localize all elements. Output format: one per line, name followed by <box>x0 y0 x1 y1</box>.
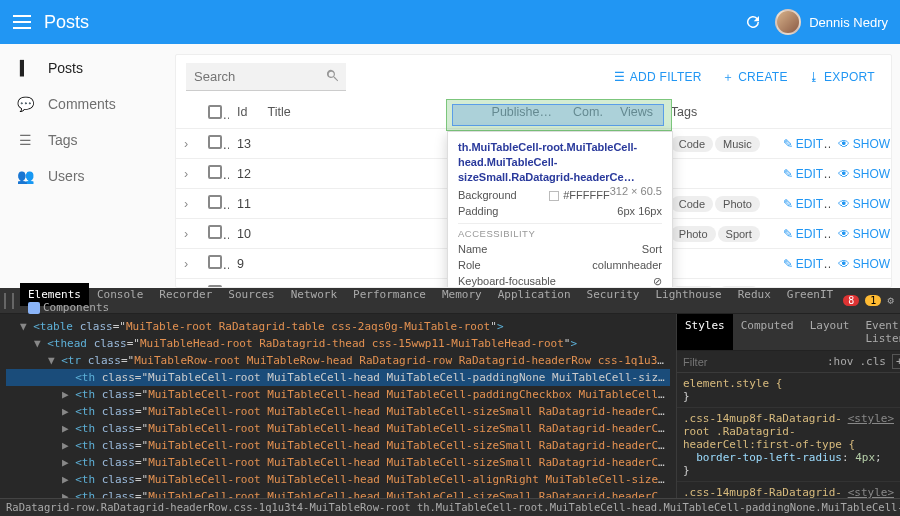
cell-id: 9 <box>229 249 260 279</box>
cell-tags <box>663 159 775 189</box>
tag-chip[interactable]: Code <box>671 136 713 152</box>
sidebar-item-tags[interactable]: ☰Tags <box>0 122 175 158</box>
show-button[interactable]: 👁SHOW <box>838 197 890 211</box>
pencil-icon: ✎ <box>783 197 793 211</box>
dom-tree[interactable]: ▼ <table class="MuiTable-root RaDatagrid… <box>0 314 676 498</box>
show-button[interactable]: 👁SHOW <box>838 167 890 181</box>
inspect-tooltip: th.MuiTableCell-root.MuiTableCell-head.M… <box>447 131 673 288</box>
search-icon <box>325 68 340 83</box>
cell-tags: CodePhoto <box>663 189 775 219</box>
styles-panel: StylesComputedLayoutEvent Listeners» :ho… <box>676 314 900 498</box>
css-rule[interactable]: <style>.css-14mup8f-RaDatagrid-root .RaD… <box>677 408 900 482</box>
styles-filter-input[interactable] <box>683 356 821 368</box>
row-checkbox[interactable] <box>208 135 222 149</box>
edit-button[interactable]: ✎EDIT <box>783 197 823 211</box>
styles-tab-styles[interactable]: Styles <box>677 314 733 350</box>
avatar-icon <box>775 9 801 35</box>
tag-chip[interactable]: Code <box>671 196 713 212</box>
filter-icon: ☰ <box>614 70 625 84</box>
tag-chip[interactable]: Music <box>715 136 760 152</box>
chevron-right-icon[interactable]: › <box>184 257 188 271</box>
search-input[interactable] <box>186 63 346 91</box>
cell-tags: CodeMusic <box>663 129 775 159</box>
devtools-tab-lighthouse[interactable]: Lighthouse <box>648 283 730 306</box>
cls-toggle[interactable]: .cls <box>860 355 887 368</box>
dom-node[interactable]: ▶ <th class="MuiTableCell-root MuiTableC… <box>6 386 670 403</box>
row-checkbox[interactable] <box>208 165 222 179</box>
header-views[interactable]: Views <box>612 99 663 129</box>
chevron-right-icon[interactable]: › <box>184 197 188 211</box>
styles-tab-layout[interactable]: Layout <box>802 314 858 350</box>
device-toolbar-icon[interactable] <box>12 293 14 309</box>
row-checkbox[interactable] <box>208 225 222 239</box>
warning-badge[interactable]: 1 <box>865 295 881 306</box>
show-button[interactable]: 👁SHOW <box>838 257 890 271</box>
styles-tab-event-listeners[interactable]: Event Listeners <box>857 314 900 350</box>
element-style[interactable]: element.style { <box>683 377 782 390</box>
dom-node[interactable]: ▼ <thead class="MuiTableHead-root RaData… <box>6 335 670 352</box>
user-menu[interactable]: Dennis Nedry <box>775 9 888 35</box>
dom-node[interactable]: <th class="MuiTableCell-root MuiTableCel… <box>6 369 670 386</box>
header-published[interactable]: Published at ↓ <box>484 99 565 129</box>
tag-chip[interactable]: Sport <box>718 226 760 242</box>
edit-button[interactable]: ✎EDIT <box>783 227 823 241</box>
page-title: Posts <box>44 12 731 33</box>
devtools-tab-security[interactable]: Security <box>579 283 648 306</box>
header-com[interactable]: Com. <box>565 99 612 129</box>
export-button[interactable]: ⭳EXPORT <box>802 66 881 88</box>
edit-button[interactable]: ✎EDIT <box>783 257 823 271</box>
edit-button[interactable]: ✎EDIT <box>783 167 823 181</box>
header-id[interactable]: Id <box>229 99 260 129</box>
devtools-tab-recorder[interactable]: Recorder <box>151 283 220 306</box>
sidebar-item-label: Tags <box>48 132 78 148</box>
tag-chip[interactable]: Photo <box>715 196 760 212</box>
devtools-tab-sources[interactable]: Sources <box>220 283 282 306</box>
sidebar-item-comments[interactable]: 💬Comments <box>0 86 175 122</box>
select-all-checkbox[interactable] <box>208 105 222 119</box>
devtools-tab-performance[interactable]: Performance <box>345 283 434 306</box>
breadcrumb[interactable]: RaDatagrid-row.RaDatagrid-headerRow.css-… <box>0 498 900 516</box>
cell-id: 13 <box>229 129 260 159</box>
devtools-tab-memory[interactable]: Memory <box>434 283 490 306</box>
devtools-tab-application[interactable]: Application <box>490 283 579 306</box>
chevron-right-icon[interactable]: › <box>184 167 188 181</box>
sidebar-item-posts[interactable]: ▍Posts <box>0 50 175 86</box>
dom-node[interactable]: ▶ <th class="MuiTableCell-root MuiTableC… <box>6 454 670 471</box>
dom-node[interactable]: ▶ <th class="MuiTableCell-root MuiTableC… <box>6 420 670 437</box>
eye-icon: 👁 <box>838 257 850 271</box>
tag-chip[interactable]: Photo <box>671 226 716 242</box>
menu-icon[interactable] <box>12 12 32 32</box>
settings-icon[interactable]: ⚙ <box>887 294 894 307</box>
show-button[interactable]: 👁SHOW <box>838 227 890 241</box>
dom-node[interactable]: ▶ <th class="MuiTableCell-root MuiTableC… <box>6 437 670 454</box>
dom-node[interactable]: ▼ <table class="MuiTable-root RaDatagrid… <box>6 318 670 335</box>
eye-icon: 👁 <box>838 227 850 241</box>
inspect-element-icon[interactable] <box>4 293 6 309</box>
header-title[interactable]: Title <box>260 99 484 129</box>
dom-node[interactable]: ▶ <th class="MuiTableCell-root MuiTableC… <box>6 488 670 498</box>
error-badge[interactable]: 8 <box>843 295 859 306</box>
dom-node[interactable]: ▶ <th class="MuiTableCell-root MuiTableC… <box>6 403 670 420</box>
row-checkbox[interactable] <box>208 255 222 269</box>
dom-node[interactable]: ▶ <th class="MuiTableCell-root MuiTableC… <box>6 471 670 488</box>
css-rule[interactable]: <style>.css-14mup8f-RaDatagrid-root .RaD… <box>677 482 900 498</box>
chevron-right-icon[interactable]: › <box>184 137 188 151</box>
show-button[interactable]: 👁SHOW <box>838 137 890 151</box>
chevron-right-icon[interactable]: › <box>184 227 188 241</box>
dom-node[interactable]: ▼ <tr class="MuiTableRow-root MuiTableRo… <box>6 352 670 369</box>
create-button[interactable]: ＋CREATE <box>716 65 794 90</box>
devtools-tab-network[interactable]: Network <box>283 283 345 306</box>
new-rule-icon[interactable]: + <box>892 354 900 369</box>
devtools-tab-greenit[interactable]: GreenIT <box>779 283 841 306</box>
header-tags[interactable]: Tags <box>663 99 775 129</box>
search-field[interactable] <box>186 63 346 91</box>
styles-tab-computed[interactable]: Computed <box>733 314 802 350</box>
row-checkbox[interactable] <box>208 195 222 209</box>
edit-button[interactable]: ✎EDIT <box>783 137 823 151</box>
sidebar-item-users[interactable]: 👥Users <box>0 158 175 194</box>
refresh-icon[interactable] <box>743 12 763 32</box>
book-icon: ▍ <box>16 60 34 76</box>
add-filter-button[interactable]: ☰ADD FILTER <box>608 66 707 88</box>
hov-toggle[interactable]: :hov <box>827 355 854 368</box>
devtools-tab-redux[interactable]: Redux <box>730 283 779 306</box>
